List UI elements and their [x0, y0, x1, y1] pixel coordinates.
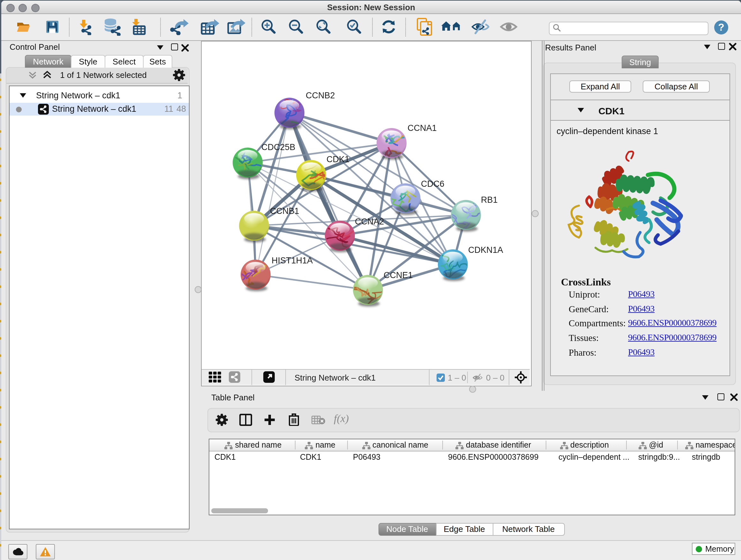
svg-text:CCNA2: CCNA2 [354, 216, 384, 226]
svg-text:CDC6: CDC6 [421, 179, 444, 188]
svg-text:CCNB1: CCNB1 [270, 206, 299, 215]
svg-text:CDK1: CDK1 [326, 154, 349, 164]
svg-text:CCNA1: CCNA1 [407, 123, 436, 132]
svg-text:HIST1H1A: HIST1H1A [271, 255, 313, 265]
svg-text:CCNB2: CCNB2 [306, 90, 335, 100]
svg-text:CDC25B: CDC25B [261, 142, 295, 152]
svg-text:CCNE1: CCNE1 [383, 270, 413, 280]
svg-text:RB1: RB1 [481, 195, 497, 204]
svg-text:CDKN1A: CDKN1A [468, 245, 503, 254]
